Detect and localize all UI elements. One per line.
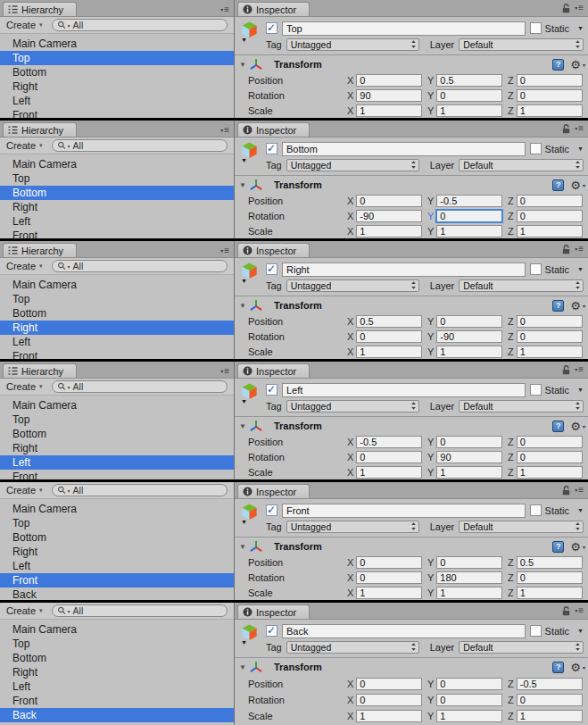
active-checkbox[interactable] (266, 504, 277, 516)
rotation-z-field[interactable] (517, 451, 583, 463)
create-button[interactable]: Create ▾ (4, 261, 46, 271)
rotation-y-field[interactable] (436, 451, 502, 463)
transform-component-header[interactable]: ▼ Transform ? ⚙ (235, 296, 588, 314)
position-x-field[interactable] (356, 556, 422, 569)
static-control[interactable]: Static ▼ (530, 384, 584, 396)
scale-y-field[interactable] (436, 466, 502, 479)
icon-picker-chevron-icon[interactable]: ▼ (241, 639, 247, 646)
position-y-field[interactable] (436, 436, 502, 448)
active-checkbox[interactable] (266, 384, 277, 396)
hierarchy-item[interactable]: Left (0, 455, 234, 470)
hierarchy-item[interactable]: Right (0, 200, 234, 214)
position-x-field[interactable] (356, 678, 422, 690)
scale-x-field[interactable] (356, 466, 422, 479)
rotation-z-field[interactable] (517, 571, 583, 584)
hierarchy-item[interactable]: Back (0, 708, 234, 722)
layer-dropdown[interactable]: Default (459, 400, 584, 412)
hierarchy-item[interactable]: Main Camera (0, 37, 234, 51)
active-checkbox[interactable] (266, 22, 277, 34)
static-checkbox[interactable] (530, 625, 542, 637)
rotation-y-field[interactable] (436, 210, 502, 222)
panel-menu-icon[interactable]: ▾≡ (220, 368, 229, 375)
create-button[interactable]: Create ▾ (4, 485, 46, 496)
search-input[interactable]: ▾ All (52, 260, 228, 272)
icon-picker-chevron-icon[interactable]: ▼ (241, 519, 247, 525)
panel-menu-icon[interactable]: ▾≡ (575, 607, 584, 614)
hierarchy-item[interactable]: Right (0, 79, 234, 94)
hierarchy-item[interactable]: Main Camera (0, 157, 234, 171)
rotation-z-field[interactable] (517, 210, 583, 222)
position-y-field[interactable] (436, 315, 502, 328)
tab-hierarchy[interactable]: Hierarchy (3, 363, 77, 378)
hierarchy-item[interactable]: Top (0, 516, 234, 530)
search-input[interactable]: ▾ All (52, 139, 228, 152)
scale-y-field[interactable] (436, 104, 502, 117)
unlock-icon[interactable] (561, 364, 571, 375)
static-checkbox[interactable] (530, 384, 542, 396)
scale-x-field[interactable] (356, 346, 422, 358)
rotation-x-field[interactable] (356, 451, 422, 463)
scale-z-field[interactable] (517, 466, 583, 479)
rotation-y-field[interactable] (436, 89, 502, 102)
scale-x-field[interactable] (356, 225, 422, 238)
gear-icon[interactable]: ⚙ (570, 421, 581, 432)
tag-dropdown[interactable]: Untagged (286, 159, 419, 171)
static-control[interactable]: Static ▼ (530, 504, 584, 516)
rotation-x-field[interactable] (356, 89, 422, 102)
hierarchy-item[interactable]: Main Camera (0, 622, 234, 637)
static-checkbox[interactable] (530, 504, 542, 516)
position-y-field[interactable] (436, 556, 502, 569)
position-z-field[interactable] (517, 315, 583, 328)
tab-hierarchy[interactable]: Hierarchy (3, 243, 77, 257)
hierarchy-item[interactable]: Top (0, 51, 234, 65)
rotation-y-field[interactable] (436, 694, 502, 706)
static-dropdown-chevron-icon[interactable]: ▼ (577, 507, 584, 513)
gear-icon[interactable]: ⚙ (570, 179, 581, 191)
tag-dropdown[interactable]: Untagged (286, 400, 419, 412)
tab-hierarchy[interactable]: Hierarchy (3, 122, 77, 137)
hierarchy-item[interactable]: Left (0, 559, 234, 573)
scale-z-field[interactable] (517, 104, 583, 117)
unlock-icon[interactable] (561, 605, 571, 616)
static-control[interactable]: Static ▼ (530, 625, 584, 637)
hierarchy-item[interactable]: Main Camera (0, 502, 234, 516)
hierarchy-item[interactable]: Top (0, 637, 234, 651)
rotation-x-field[interactable] (356, 571, 422, 584)
hierarchy-item[interactable]: Bottom (0, 651, 234, 665)
name-field[interactable] (282, 383, 526, 397)
foldout-chevron-icon[interactable]: ▼ (239, 543, 246, 551)
tab-inspector[interactable]: Inspector (237, 2, 310, 16)
hierarchy-item[interactable]: Right (0, 441, 234, 455)
position-y-field[interactable] (436, 74, 502, 87)
search-input[interactable]: ▾ All (52, 19, 228, 31)
panel-menu-icon[interactable]: ▾≡ (575, 487, 584, 494)
tag-dropdown[interactable]: Untagged (286, 279, 419, 292)
static-checkbox[interactable] (530, 263, 542, 275)
scale-x-field[interactable] (356, 587, 422, 599)
position-x-field[interactable] (356, 315, 422, 328)
tag-dropdown[interactable]: Untagged (286, 521, 419, 533)
layer-dropdown[interactable]: Default (459, 38, 584, 51)
name-field[interactable] (282, 624, 526, 638)
search-input[interactable]: ▾ All (52, 604, 228, 617)
tag-dropdown[interactable]: Untagged (286, 641, 419, 654)
gear-icon[interactable]: ⚙ (570, 662, 581, 673)
gear-icon[interactable]: ⚙ (570, 59, 581, 71)
panel-menu-icon[interactable]: ▾≡ (220, 6, 229, 13)
transform-component-header[interactable]: ▼ Transform ? ⚙ (235, 416, 588, 435)
hierarchy-item[interactable]: Main Camera (0, 278, 234, 292)
name-field[interactable] (282, 262, 526, 277)
position-z-field[interactable] (517, 678, 583, 690)
help-icon[interactable]: ? (552, 179, 564, 191)
static-dropdown-chevron-icon[interactable]: ▼ (577, 25, 584, 31)
create-button[interactable]: Create ▾ (4, 605, 46, 616)
hierarchy-item[interactable]: Front (0, 108, 234, 118)
static-dropdown-chevron-icon[interactable]: ▼ (577, 628, 584, 634)
name-field[interactable] (282, 21, 526, 36)
hierarchy-item[interactable]: Front (0, 694, 234, 708)
unlock-icon[interactable] (561, 485, 571, 496)
icon-picker-chevron-icon[interactable]: ▼ (241, 398, 247, 404)
name-field[interactable] (282, 142, 526, 156)
search-input[interactable]: ▾ All (52, 484, 228, 496)
hierarchy-item[interactable]: Top (0, 292, 234, 306)
